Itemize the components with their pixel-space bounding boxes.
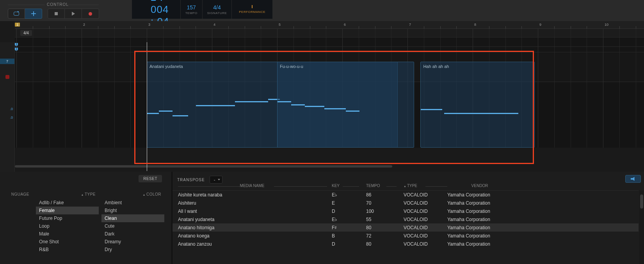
gridline-minor (310, 47, 310, 52)
time-signature-chip[interactable]: 4/4 (20, 30, 32, 36)
gridline-minor (245, 29, 245, 37)
gridline-minor (456, 29, 457, 37)
filter-item[interactable]: Male (36, 230, 99, 238)
type-header[interactable]: ▲TYPE (35, 191, 100, 199)
tempo-display[interactable]: 157 TEMPO (180, 0, 202, 19)
signature-value: 4/4 (213, 4, 221, 11)
top-bar: CONTROL 2 : 004 : 04 157 TEMPO 4/4 SIGNA… (0, 0, 644, 21)
gridline-minor (163, 29, 164, 37)
speaker-icon (631, 177, 635, 181)
transport (48, 9, 99, 19)
col-vendor[interactable]: VENDOR (442, 184, 512, 190)
table-row[interactable]: Anatano zanzouD80VOCALOIDYamaha Corporat… (173, 240, 639, 248)
filter-item[interactable]: Dry (101, 246, 164, 253)
gridline (82, 29, 82, 37)
cell-type: VOCALOID (398, 225, 442, 230)
filter-item[interactable]: Adlib / Fake (36, 199, 99, 207)
performance-display[interactable]: PERFORMANCE (231, 0, 272, 19)
gridline-minor (98, 47, 98, 52)
cell-key: F♯ (326, 225, 361, 230)
filter-item[interactable]: Bright (101, 207, 164, 214)
horizontal-scrollbar[interactable] (15, 165, 644, 168)
language-header[interactable]: NGUAGE (0, 191, 33, 199)
col-tempo[interactable]: TEMPO (361, 184, 398, 190)
gridline-minor (619, 47, 620, 52)
svg-rect-12 (421, 109, 442, 110)
reset-button[interactable]: RESET (139, 175, 162, 182)
gridline-minor (49, 37, 50, 46)
gridline-minor (521, 47, 522, 52)
cell-key: B (326, 233, 361, 239)
stop-button[interactable] (48, 9, 65, 19)
filter-item[interactable]: Loop (36, 222, 99, 230)
table-row[interactable]: Aishite kureta narabaE♭86VOCALOIDYamaha … (173, 191, 639, 199)
col-key[interactable]: KEY (326, 184, 361, 190)
display-panel: 2 : 004 : 04 157 TEMPO 4/4 SIGNATURE PER… (132, 0, 272, 19)
filter-item[interactable]: Cute (101, 222, 164, 230)
scrollbar-thumb[interactable] (640, 194, 643, 209)
gridline-minor (98, 29, 98, 37)
filter-item[interactable]: Dark (101, 230, 164, 238)
play-icon (72, 12, 75, 16)
filter-item[interactable]: Ambient (101, 199, 164, 207)
gridline-minor (359, 37, 359, 46)
bar-number: 6 (344, 23, 346, 27)
marker-lane-2[interactable] (15, 47, 644, 52)
filter-item[interactable]: Female (36, 207, 99, 214)
table-row[interactable]: All I wantD100VOCALOIDYamaha Corporation (173, 207, 639, 215)
bar-ruler[interactable]: 1 12345678910 (15, 21, 644, 29)
audio-clip[interactable]: Fu-u-wo-u-u (277, 62, 414, 148)
gridline-minor (65, 37, 66, 46)
color-header[interactable]: ▲COLOR (101, 191, 165, 199)
snap-toggle[interactable] (25, 9, 42, 19)
playhead[interactable] (147, 42, 147, 171)
marker-lane[interactable] (15, 37, 644, 47)
bar-number: 10 (605, 23, 608, 27)
transpose-select[interactable]: - (210, 176, 223, 184)
vertical-scrollbar[interactable] (639, 191, 644, 264)
filter-item[interactable]: Dreamy (101, 238, 164, 246)
record-button[interactable] (82, 9, 99, 19)
filter-item[interactable]: One Shot (36, 238, 99, 246)
loop-toggle[interactable] (8, 9, 25, 19)
svg-rect-3 (196, 105, 213, 106)
scrollbar-thumb[interactable] (15, 165, 392, 168)
gridline-minor (391, 47, 391, 52)
gridline (212, 47, 212, 52)
table-row[interactable]: Anatano hitomigaF♯80VOCALOIDYamaha Corpo… (173, 223, 639, 232)
col-media-name[interactable]: MEDIA NAME (173, 184, 326, 190)
gridline-minor (505, 37, 506, 46)
filter-item[interactable]: Future Pop (36, 214, 99, 222)
bar-number: 9 (539, 23, 541, 27)
signature-display[interactable]: 4/4 SIGNATURE (202, 0, 232, 19)
record-arm-icon[interactable] (5, 75, 9, 79)
table-row[interactable]: Anatani yudanetaE♭55VOCALOIDYamaha Corpo… (173, 215, 639, 223)
gridline-minor (554, 29, 555, 37)
track-index[interactable]: 7 (0, 59, 14, 64)
gridline-minor (489, 29, 489, 37)
header-line (274, 186, 327, 187)
col-type[interactable]: ▲ TYPE (398, 184, 442, 190)
signature-label: SIGNATURE (207, 11, 227, 15)
play-button[interactable] (65, 9, 82, 19)
table-row[interactable]: Anatano koegaB72VOCALOIDYamaha Corporati… (173, 232, 639, 240)
svg-rect-14 (485, 113, 518, 114)
gridline-minor (114, 47, 115, 52)
cell-name: Aishite kureta naraba (173, 192, 326, 198)
gridline (603, 29, 603, 37)
preview-audio-button[interactable] (625, 175, 641, 183)
svg-rect-4 (213, 105, 235, 106)
filter-panel: RESET NGUAGE ▲TYPE Adlib / FakeFemaleFut… (0, 172, 173, 264)
table-row[interactable]: AishiteruE70VOCALOIDYamaha Corporation (173, 199, 639, 207)
filter-item[interactable]: Clean (101, 214, 164, 222)
audio-clip[interactable]: Hah ah ah ah (420, 62, 534, 148)
track-header-strip: 7 .0 .0 (0, 42, 15, 189)
browser-panel: RESET NGUAGE ▲TYPE Adlib / FakeFemaleFut… (0, 172, 644, 264)
loop-icon (14, 12, 19, 16)
time-signature-lane[interactable]: 4/4 (15, 29, 644, 37)
filter-item[interactable]: R&B (36, 246, 99, 253)
gridline (473, 29, 473, 37)
tempo-label: TEMPO (185, 11, 197, 15)
cell-vendor: Yamaha Corporation (442, 217, 512, 222)
cell-vendor: Yamaha Corporation (442, 225, 512, 230)
